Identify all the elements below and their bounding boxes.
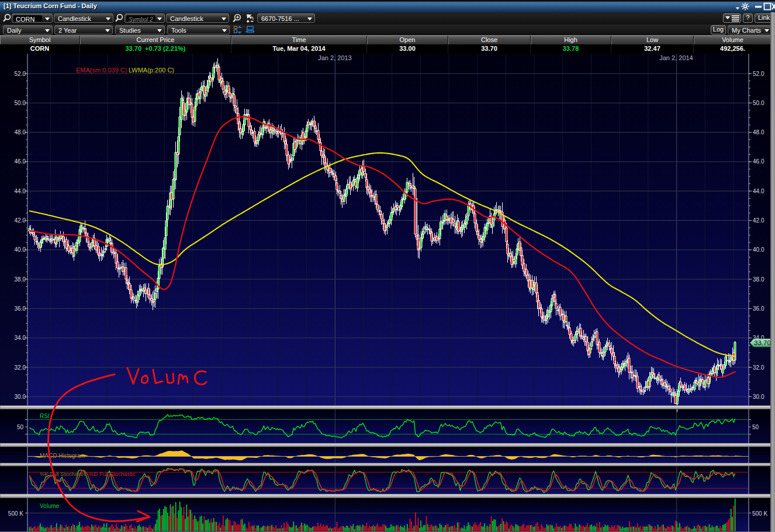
svg-text:50: 50	[17, 424, 24, 430]
svg-text:34.0: 34.0	[15, 335, 26, 341]
svg-text:50: 50	[752, 424, 759, 430]
svg-text:52.0: 52.0	[753, 71, 764, 77]
svg-text:42.0: 42.0	[753, 217, 764, 224]
svg-text:LWMA(p:200 C): LWMA(p:200 C)	[129, 67, 174, 74]
svg-text:32.0: 32.0	[15, 364, 26, 371]
svg-text:Jan 2, 2014: Jan 2, 2014	[659, 54, 693, 61]
svg-text:50.0: 50.0	[15, 100, 26, 106]
svg-text:RSI: RSI	[40, 413, 50, 419]
svg-text:%D Full Stochastic: %D Full Stochastic	[89, 471, 136, 477]
svg-text:MACD Histogram: MACD Histogram	[40, 453, 85, 459]
svg-text:Volume: Volume	[40, 503, 60, 509]
svg-text:30.0: 30.0	[15, 394, 26, 400]
svg-text:48.0: 48.0	[15, 129, 26, 135]
svg-text:36.0: 36.0	[15, 305, 26, 312]
svg-text:500 K: 500 K	[8, 510, 23, 517]
svg-text:Jan 2, 2013: Jan 2, 2013	[318, 54, 352, 61]
svg-text:46.0: 46.0	[753, 158, 764, 165]
svg-text:46.0: 46.0	[15, 158, 26, 165]
svg-text:40.0: 40.0	[753, 246, 764, 253]
svg-text:%K Full Stochastic: %K Full Stochastic	[40, 471, 86, 477]
svg-text:44.0: 44.0	[15, 188, 26, 194]
svg-text:33.70: 33.70	[754, 339, 771, 346]
svg-text:30.0: 30.0	[753, 394, 764, 400]
svg-text:42.0: 42.0	[15, 217, 26, 224]
svg-text:38.0: 38.0	[753, 276, 764, 283]
svg-text:500 K: 500 K	[752, 510, 767, 517]
svg-text:40.0: 40.0	[15, 246, 26, 253]
svg-text:38.0: 38.0	[15, 276, 26, 283]
svg-text:50.0: 50.0	[753, 100, 764, 106]
svg-text:32.0: 32.0	[753, 364, 764, 371]
svg-text:48.0: 48.0	[753, 129, 764, 135]
svg-text:44.0: 44.0	[753, 188, 764, 194]
svg-text:EMA(sm:0.039 C): EMA(sm:0.039 C)	[76, 67, 127, 74]
svg-text:52.0: 52.0	[15, 71, 26, 77]
svg-text:36.0: 36.0	[753, 305, 764, 312]
